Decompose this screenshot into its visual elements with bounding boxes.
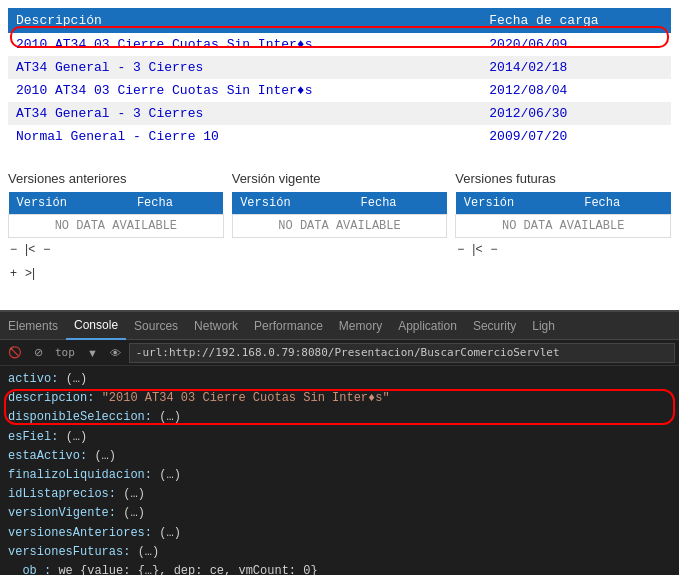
table-cell-date: 2012/06/30 [481,102,671,125]
console-line-descripcion: descripcion: "2010 AT34 03 Cierre Cuotas… [8,389,671,408]
bottom-nav-row: + >| [0,264,679,282]
tab-security[interactable]: Security [465,312,524,340]
table-cell-date: 2020/06/09 [481,33,671,56]
fut-minus-btn[interactable]: − [455,242,466,256]
table-cell-description: 2010 AT34 03 Cierre Cuotas Sin Inter♦s [8,33,481,56]
table-row[interactable]: 2010 AT34 03 Cierre Cuotas Sin Inter♦s20… [8,79,671,102]
tab-elements[interactable]: Elements [0,312,66,340]
current-version-panel: Versión vigente Versión Fecha NO DATA AV… [232,171,448,256]
versions-area: Versiones anteriores Versión Fecha NO DA… [0,156,679,264]
top-label: top [55,346,75,359]
table-wrapper: Descripción Fecha de carga 2010 AT34 03 … [8,8,671,148]
prev-minus-btn[interactable]: − [8,242,19,256]
console-line-ob: __ob_: we {value: {…}, dep: ce, vmCount:… [8,562,671,575]
console-line-anteriores: versionesAnteriores: (…) [8,524,671,543]
table-area: Descripción Fecha de carga 2010 AT34 03 … [0,0,679,156]
future-versions-nav: − |< − [455,242,671,256]
table-cell-description: 2010 AT34 03 Cierre Cuotas Sin Inter♦s [8,79,481,102]
col-header-description: Descripción [8,8,481,33]
console-content: activo: (…) descripcion: "2010 AT34 03 C… [0,366,679,575]
table-cell-date: 2014/02/18 [481,56,671,79]
prev-no-data: NO DATA AVAILABLE [9,215,224,238]
main-plus-btn[interactable]: + [8,266,19,280]
table-row[interactable]: 2010 AT34 03 Cierre Cuotas Sin Inter♦s20… [8,33,671,56]
prev-no-data-row: NO DATA AVAILABLE [9,215,224,238]
tab-sources[interactable]: Sources [126,312,186,340]
console-line-futuras: versionesFuturas: (…) [8,543,671,562]
previous-versions-table: Versión Fecha NO DATA AVAILABLE [8,192,224,238]
prev-back-btn[interactable]: − [41,242,52,256]
current-version-title: Versión vigente [232,171,448,186]
tab-console[interactable]: Console [66,312,126,340]
table-row[interactable]: AT34 General - 3 Cierres2012/06/30 [8,102,671,125]
table-cell-description: AT34 General - 3 Cierres [8,56,481,79]
tab-performance[interactable]: Performance [246,312,331,340]
curr-no-data-row: NO DATA AVAILABLE [232,215,447,238]
console-bar: 🚫 ⊘ top ▼ 👁 -url:http://192.168.0.79:808… [0,340,679,366]
console-clear-btn[interactable]: 🚫 [4,344,26,361]
tab-network[interactable]: Network [186,312,246,340]
console-highlighted-block: descripcion: "2010 AT34 03 Cierre Cuotas… [8,389,671,427]
fut-first-btn[interactable]: |< [470,242,484,256]
current-version-table: Versión Fecha NO DATA AVAILABLE [232,192,448,238]
devtools-toolbar: Elements Console Sources Network Perform… [0,312,679,340]
tab-lighthouse[interactable]: Ligh [524,312,563,340]
devtools-panel: Elements Console Sources Network Perform… [0,310,679,575]
future-versions-panel: Versiones futuras Versión Fecha NO DATA … [455,171,671,256]
top-dropdown-btn[interactable]: ▼ [83,345,102,361]
tab-application[interactable]: Application [390,312,465,340]
table-row[interactable]: AT34 General - 3 Cierres2014/02/18 [8,56,671,79]
fut-col-version: Versión [456,192,576,215]
fut-no-data-row: NO DATA AVAILABLE [456,215,671,238]
table-row[interactable]: Normal General - Cierre 102009/07/20 [8,125,671,148]
console-url-bar: -url:http://192.168.0.79:8080/Presentaci… [129,343,675,363]
prev-col-date: Fecha [129,192,223,215]
prev-first-btn[interactable]: |< [23,242,37,256]
eye-btn[interactable]: 👁 [106,345,125,361]
console-line-versionvigente: versionVigente: (…) [8,504,671,523]
console-line-finalizo: finalizoLiquidacion: (…) [8,466,671,485]
future-versions-title: Versiones futuras [455,171,671,186]
console-line-disponible: disponibleSeleccion: (…) [8,408,671,427]
previous-versions-nav: − |< − [8,242,224,256]
console-line-idlista: idListaprecios: (…) [8,485,671,504]
fut-col-date: Fecha [576,192,670,215]
console-line-activo: activo: (…) [8,370,671,389]
tab-memory[interactable]: Memory [331,312,390,340]
bottom-left-nav: + >| [8,266,37,280]
table-cell-date: 2009/07/20 [481,125,671,148]
console-line-estaactivo: estaActivo: (…) [8,447,671,466]
table-cell-description: Normal General - Cierre 10 [8,125,481,148]
main-last-btn[interactable]: >| [23,266,37,280]
curr-col-date: Fecha [353,192,447,215]
col-header-date: Fecha de carga [481,8,671,33]
curr-no-data: NO DATA AVAILABLE [232,215,447,238]
previous-versions-panel: Versiones anteriores Versión Fecha NO DA… [8,171,224,256]
curr-col-version: Versión [232,192,352,215]
future-versions-table: Versión Fecha NO DATA AVAILABLE [455,192,671,238]
console-filter-btn[interactable]: ⊘ [30,344,47,361]
table-cell-description: AT34 General - 3 Cierres [8,102,481,125]
prev-col-version: Versión [9,192,129,215]
fut-no-data: NO DATA AVAILABLE [456,215,671,238]
table-cell-date: 2012/08/04 [481,79,671,102]
console-line-esfiel: esFiel: (…) [8,428,671,447]
main-content: Descripción Fecha de carga 2010 AT34 03 … [0,0,679,310]
fut-back-btn[interactable]: − [488,242,499,256]
data-table: Descripción Fecha de carga 2010 AT34 03 … [8,8,671,148]
previous-versions-title: Versiones anteriores [8,171,224,186]
